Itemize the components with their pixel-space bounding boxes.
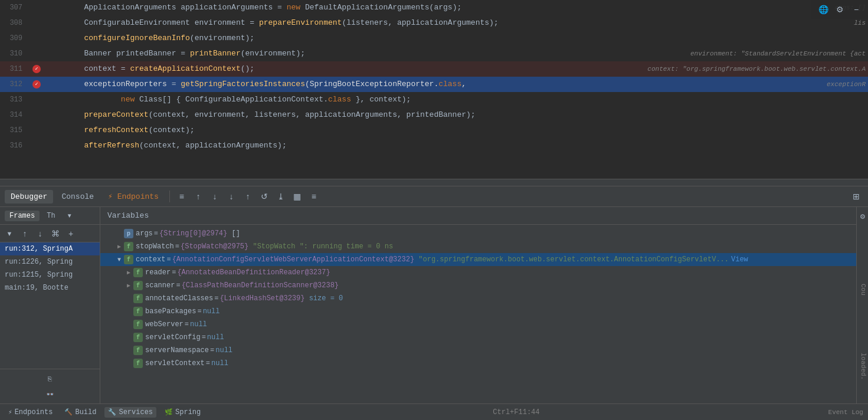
badge-f-reader: f: [133, 268, 143, 277]
step-out-btn[interactable]: ↓: [224, 189, 238, 204]
h-scrollbar[interactable]: [0, 179, 868, 186]
threads-dropdown[interactable]: ▼: [63, 209, 77, 223]
badge-f-stopwatch: f: [124, 242, 133, 251]
code-line-312: 312 exceptionReporters = getSpringFactor…: [0, 77, 868, 92]
code-line-309: 309 configureIgnoreBeanInfo(environment)…: [0, 31, 868, 46]
frames-list[interactable]: run:312, SpringA run:1226, Spring run:12…: [0, 242, 100, 369]
code-top-toolbar: 🌐 ⚙ −: [811, 0, 868, 19]
left-pane-actions: ⎘ 👓: [0, 369, 100, 403]
frame-item-3[interactable]: main:19, Bootte: [0, 281, 100, 294]
code-line-314: 314 prepareContext(context, environment,…: [0, 107, 868, 123]
restore-btn[interactable]: ⊞: [849, 189, 863, 204]
breakpoint-311: [32, 65, 41, 73]
code-line-307: 307 ApplicationArguments applicationArgu…: [0, 0, 868, 15]
build-icon: 🔨: [64, 408, 73, 416]
tab-console[interactable]: Console: [55, 190, 100, 204]
code-scroll[interactable]: 307 ApplicationArguments applicationArgu…: [0, 0, 868, 179]
var-row-webserver[interactable]: f webServer = null: [100, 318, 856, 331]
glasses-btn[interactable]: 👓: [43, 387, 57, 401]
status-tab-services[interactable]: 🔧 Services: [104, 407, 156, 418]
tab-debugger[interactable]: Debugger: [5, 190, 53, 204]
badge-f-basepackages: f: [133, 307, 143, 316]
down-btn[interactable]: ↓: [33, 227, 47, 241]
minimize-icon-btn[interactable]: −: [849, 2, 863, 17]
badge-f-annotatedclasses: f: [133, 294, 143, 303]
copy-stack-btn[interactable]: ⎘: [43, 372, 57, 386]
var-row-args[interactable]: p args = {String[0]@2974} []: [100, 227, 856, 240]
code-editor: 307 ApplicationArguments applicationArgu…: [0, 0, 868, 186]
gear-icon-btn-far[interactable]: ⚙: [856, 209, 869, 224]
debugger-toolbar: Debugger Console ⚡ Endpoints ≡ ↑ ↓ ↓ ↑ ↺…: [0, 186, 868, 207]
settings-icon-btn[interactable]: ⚙: [833, 2, 847, 17]
code-line-313: 313 new Class[] { ConfigurableApplicatio…: [0, 92, 868, 107]
var-row-annotatedclasses[interactable]: f annotatedClasses = {LinkedHashSet@3239…: [100, 292, 856, 305]
var-row-servletcontext[interactable]: f servletContext = null: [100, 357, 856, 370]
services-icon: 🔧: [108, 408, 116, 416]
event-log-label[interactable]: Event Log: [828, 409, 863, 416]
drop-frame-btn[interactable]: ⤓: [274, 189, 288, 204]
status-tab-endpoints[interactable]: ⚡ Endpoints: [5, 407, 56, 418]
var-row-scanner[interactable]: ▶ f scanner = {ClassPathBeanDefinitionSc…: [100, 279, 856, 292]
frames-pane: Frames Th ▼ ▼ ↑ ↓ ⌘ + run:312, SpringA r…: [0, 207, 100, 403]
variables-label: Variables: [107, 211, 149, 220]
frames-pane-header: Frames Th ▼: [0, 207, 100, 225]
evaluate-btn[interactable]: ↺: [257, 189, 271, 204]
badge-f-scanner: f: [133, 281, 143, 290]
frames-toolbar: ▼ ↑ ↓ ⌘ +: [0, 225, 100, 242]
watch-btn[interactable]: ▦: [290, 189, 304, 204]
show-execution-point-btn[interactable]: ≡: [175, 189, 189, 204]
var-row-servletconfig[interactable]: f servletConfig = null: [100, 331, 856, 344]
step-over-btn[interactable]: ↑: [191, 189, 205, 204]
filter-frames-btn[interactable]: ⌘: [48, 227, 63, 241]
far-right-panel: Cou ⚙ loaded.: [856, 207, 868, 403]
step-into-btn[interactable]: ↓: [208, 189, 222, 204]
filter-btn[interactable]: ▼: [2, 227, 17, 241]
code-line-316: 316 afterRefresh(context, applicationArg…: [0, 138, 868, 153]
breakpoint-312: [32, 80, 41, 88]
globe-icon-btn[interactable]: 🌐: [816, 2, 830, 17]
status-tab-spring-label: Spring: [175, 408, 201, 416]
loaded-hint: loaded.: [860, 353, 867, 380]
status-bar: ⚡ Endpoints 🔨 Build 🔧 Services 🌿 Spring …: [0, 403, 868, 420]
run-to-cursor-btn[interactable]: ↑: [241, 189, 255, 204]
status-tab-spring[interactable]: 🌿 Spring: [161, 407, 204, 418]
up-btn[interactable]: ↑: [18, 227, 32, 241]
endpoints-icon: ⚡: [8, 408, 12, 416]
code-line-310: 310 Banner printedBanner = printBanner(e…: [0, 46, 868, 61]
var-row-basepackages[interactable]: f basePackages = null: [100, 305, 856, 318]
spring-icon: 🌿: [165, 408, 173, 416]
toolbar-right: ⊞: [849, 189, 863, 204]
code-line-311: 311 context = createApplicationContext()…: [0, 61, 868, 77]
status-right: Ctrl+F11:44: [493, 408, 539, 416]
badge-f-servernamespace: f: [133, 346, 143, 355]
var-row-reader[interactable]: ▶ f reader = {AnnotatedBeanDefinitionRea…: [100, 266, 856, 279]
tab-frames[interactable]: Frames: [5, 211, 40, 221]
status-right-area: Event Log: [828, 409, 863, 416]
frame-item-2[interactable]: run:1215, Spring: [0, 268, 100, 281]
variables-list[interactable]: p args = {String[0]@2974} [] ▶ f stopWat…: [100, 225, 856, 403]
variables-pane: Variables p args = {String[0]@2974} [] ▶…: [100, 207, 856, 403]
var-row-context[interactable]: ▼ f context = {AnnotationConfigServletWe…: [100, 253, 856, 266]
toolbar-sep-1: [169, 191, 170, 202]
tab-endpoints[interactable]: ⚡ Endpoints: [102, 189, 165, 204]
status-tab-build-label: Build: [75, 408, 96, 416]
variables-header: Variables: [100, 207, 856, 225]
frame-item-1[interactable]: run:1226, Spring: [0, 255, 100, 268]
status-tab-build[interactable]: 🔨 Build: [61, 407, 100, 418]
var-row-stopwatch[interactable]: ▶ f stopWatch = {StopWatch@2975} "StopWa…: [100, 240, 856, 253]
status-tab-endpoints-label: Endpoints: [15, 408, 53, 416]
frame-item-0[interactable]: run:312, SpringA: [0, 242, 100, 255]
layout-btn[interactable]: ≡: [307, 189, 321, 204]
status-right-text: Ctrl+F11:44: [493, 408, 539, 416]
badge-f-servletconfig: f: [133, 333, 143, 342]
view-link-context[interactable]: View: [731, 255, 748, 264]
tab-threads[interactable]: Th: [42, 211, 60, 221]
debugger-panel: Frames Th ▼ ▼ ↑ ↓ ⌘ + run:312, SpringA r…: [0, 207, 868, 403]
badge-f-webserver: f: [133, 320, 143, 329]
cou-hint: Cou: [860, 284, 867, 296]
add-frame-btn[interactable]: +: [64, 227, 78, 241]
badge-f-servletcontext: f: [133, 359, 143, 368]
var-row-servernamespace[interactable]: f serverNamespace = null: [100, 344, 856, 357]
status-tab-services-label: Services: [119, 408, 153, 416]
badge-p-args: p: [124, 229, 133, 238]
